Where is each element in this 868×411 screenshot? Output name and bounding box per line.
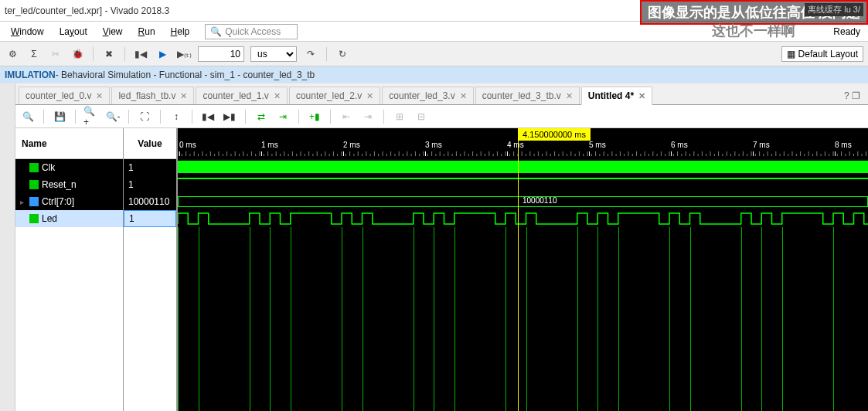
signal-row-clk[interactable]: Clk <box>15 159 123 176</box>
menu-view[interactable]: View <box>95 24 131 39</box>
separator <box>383 110 384 124</box>
time-tick: 3 ms <box>425 141 442 149</box>
bug-icon[interactable]: 🐞 <box>70 46 85 62</box>
zoom-fit-icon[interactable]: ⛶ <box>137 109 152 124</box>
tab-counter-led-3-tb[interactable]: counter_led_3_tb.v✕ <box>475 87 580 104</box>
step-over-icon[interactable]: ↷ <box>303 46 318 62</box>
expand-icon[interactable]: ⊞ <box>392 109 407 124</box>
add-marker-icon[interactable]: +▮ <box>307 109 322 124</box>
wave-edge-line <box>270 227 271 411</box>
settings-icon[interactable]: ⚙ <box>5 46 20 62</box>
wave-clk <box>178 159 868 176</box>
waveform-area[interactable]: 4.150000000 ms 0 ms1 ms2 ms3 ms4 ms5 ms6… <box>178 128 868 411</box>
simulation-banner: IMULATION - Behavioral Simulation - Func… <box>0 66 868 83</box>
signal-icon <box>29 214 39 223</box>
collapse-icon[interactable]: ⊟ <box>414 109 429 124</box>
close-icon[interactable]: ✕ <box>274 91 281 101</box>
signal-icon <box>29 180 39 189</box>
value-ctrl: 10000110 <box>124 193 176 210</box>
prev-transition-icon[interactable]: ▮◀ <box>200 109 216 124</box>
wave-edge-line <box>505 227 506 411</box>
wave-edge-line <box>741 227 742 411</box>
wave-edge-line <box>669 227 670 411</box>
next-transition-icon[interactable]: ▶▮ <box>222 109 237 124</box>
wave-ctrl: 10000110 <box>178 193 868 210</box>
signal-row-led[interactable]: Led <box>15 210 123 227</box>
zoom-out-icon[interactable]: 🔍- <box>105 109 121 124</box>
menu-help[interactable]: Help <box>163 24 198 39</box>
restart-icon[interactable]: ▮◀ <box>133 46 148 62</box>
value-clk: 1 <box>124 159 176 176</box>
cancel-icon[interactable]: ✖ <box>101 46 117 62</box>
separator <box>330 110 331 124</box>
menu-window[interactable]: Window <box>3 24 52 39</box>
expand-icon[interactable]: ▸ <box>20 198 26 206</box>
tab-help-icon[interactable]: ? ❐ <box>839 87 865 104</box>
menu-run[interactable]: Run <box>131 24 163 39</box>
sigma-icon[interactable]: Σ <box>26 46 42 62</box>
tab-led-flash-tb[interactable]: led_flash_tb.v✕ <box>111 87 194 104</box>
tab-counter-led-2[interactable]: counter_led_2.v✕ <box>289 87 380 104</box>
separator <box>326 47 327 61</box>
tab-counter-led-1[interactable]: counter_led_1.v✕ <box>196 87 287 104</box>
tabstrip: counter_led_0.v✕ led_flash_tb.v✕ counter… <box>15 83 868 105</box>
signal-value-column: Value 1 1 10000110 1 <box>124 128 178 411</box>
left-gutter <box>0 83 15 411</box>
step-icon[interactable]: ▶₍ₜ₎ <box>176 46 192 62</box>
search-icon[interactable]: 🔍 <box>20 109 36 124</box>
layout-selector[interactable]: ▦ Default Layout <box>781 46 863 62</box>
close-icon[interactable]: ✕ <box>566 91 573 101</box>
tab-counter-led-0[interactable]: counter_led_0.v✕ <box>19 87 110 104</box>
goto-time-icon[interactable]: ⇥ <box>275 109 291 124</box>
value-reset: 1 <box>124 176 176 193</box>
goto-cursor-icon[interactable]: ↕ <box>168 109 184 124</box>
search-icon: 🔍 <box>210 26 222 37</box>
wave-edge-line <box>761 227 762 411</box>
close-icon[interactable]: ✕ <box>460 91 467 101</box>
play-icon[interactable]: ▶ <box>155 46 170 62</box>
wave-led <box>178 210 868 227</box>
separator <box>298 110 299 124</box>
overlay-badge: 离线缓存 lu 3/ <box>805 3 863 16</box>
zoom-in-icon[interactable]: 🔍+ <box>83 109 99 124</box>
name-header: Name <box>15 128 123 159</box>
next-marker-icon[interactable]: ⇥ <box>360 109 376 124</box>
signal-icon <box>29 163 39 172</box>
cut-icon[interactable]: ✂ <box>48 46 63 62</box>
close-icon[interactable]: ✕ <box>96 91 103 101</box>
wave-edge-line <box>833 227 834 411</box>
sim-desc: - Behavioral Simulation - Functional - s… <box>56 70 315 80</box>
wave-edge-line <box>178 227 179 411</box>
value-led: 1 <box>124 210 176 227</box>
signal-row-reset[interactable]: Reset_n <box>15 176 123 193</box>
cursor-line[interactable] <box>518 128 519 411</box>
signal-row-ctrl[interactable]: ▸Ctrl[7:0] <box>15 193 123 210</box>
separator <box>245 110 246 124</box>
main-toolbar: ⚙ Σ ✂ 🐞 ✖ ▮◀ ▶ ▶₍ₜ₎ us ↷ ↻ ▦ Default Lay… <box>0 42 868 66</box>
tab-untitled-4[interactable]: Untitled 4*✕ <box>581 87 652 105</box>
wave-edge-line <box>291 227 291 411</box>
prev-marker-icon[interactable]: ⇤ <box>339 109 354 124</box>
refresh-icon[interactable]: ↻ <box>335 46 350 62</box>
step-unit-select[interactable]: us <box>250 46 297 62</box>
signal-panel: Name Clk Reset_n ▸Ctrl[7:0] Led Value 1 … <box>15 128 178 411</box>
tab-counter-led-3[interactable]: counter_led_3.v✕ <box>382 87 473 104</box>
time-tick: 2 ms <box>343 141 360 149</box>
sim-title: IMULATION <box>5 70 56 80</box>
wave-edge-line <box>414 227 414 411</box>
quick-access-placeholder: Quick Access <box>225 26 281 37</box>
wave-edge-line <box>597 227 598 411</box>
close-icon[interactable]: ✕ <box>366 91 373 101</box>
titlebar-text: ter_led/counter_led.xpr] - Vivado 2018.3 <box>5 5 169 16</box>
close-icon[interactable]: ✕ <box>180 91 187 101</box>
wave-edge-line <box>342 227 342 411</box>
menu-layout[interactable]: Layout <box>52 24 95 39</box>
save-icon[interactable]: 💾 <box>52 109 67 124</box>
close-icon[interactable]: ✕ <box>638 91 645 101</box>
step-value-input[interactable] <box>198 46 244 62</box>
wave-edge-line <box>526 227 527 411</box>
layout-grid-icon: ▦ <box>787 49 795 59</box>
quick-access-search[interactable]: 🔍 Quick Access <box>205 24 298 39</box>
separator <box>93 47 94 61</box>
swap-icon[interactable]: ⇄ <box>254 109 269 124</box>
